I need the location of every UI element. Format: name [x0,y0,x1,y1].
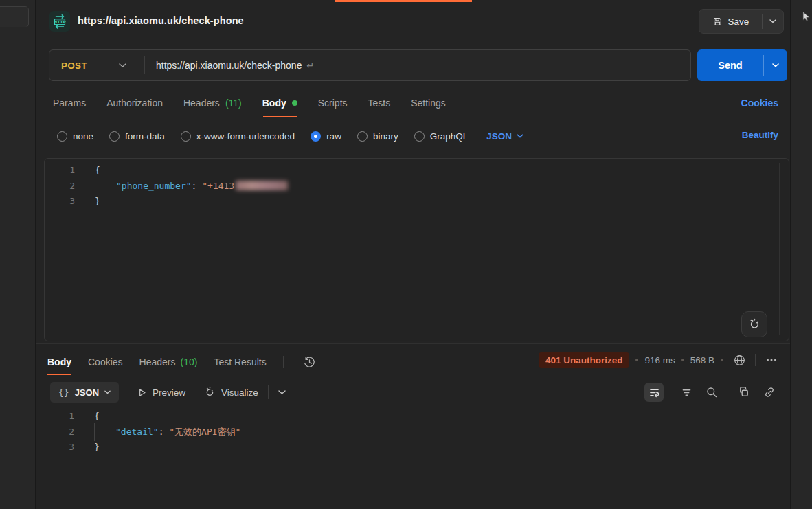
response-tab-test-results[interactable]: Test Results [214,349,266,375]
editor-scrollbar[interactable] [779,163,780,335]
json-punct: : [159,427,170,437]
json-key: "detail" [115,427,159,437]
json-punct: : [192,181,203,191]
tab-label: Test Results [214,357,266,367]
line-number: 3 [45,194,75,210]
format-select-value: JSON [75,387,99,398]
send-options-button[interactable] [764,49,787,81]
save-options-button[interactable] [763,10,783,33]
more-icon [765,353,778,367]
response-body-editor[interactable]: 1 { 2 "detail": "无效的API密钥" 3 } [44,409,769,455]
copy-button[interactable] [734,383,754,402]
sidebar-collapsed-tab[interactable] [0,6,29,27]
response-history-button[interactable] [300,352,319,372]
mode-x-www-form-urlencoded[interactable]: x-www-form-urlencoded [181,131,295,142]
tab-scripts[interactable]: Scripts [318,88,348,118]
response-tab-cookies[interactable]: Cookies [88,349,123,375]
globe-icon [733,354,746,367]
response-more-button[interactable] [762,350,781,370]
method-selector[interactable]: POST [49,60,87,71]
visualize-icon [203,386,216,398]
mode-graphql[interactable]: GraphQL [414,131,469,142]
tab-settings[interactable]: Settings [411,88,446,118]
network-info-button[interactable] [730,350,749,370]
postbot-button[interactable] [741,311,767,337]
preview-label: Preview [153,387,185,398]
save-button-label: Save [728,16,749,27]
link-icon [763,386,776,398]
mode-form-data[interactable]: form-data [109,131,165,142]
response-size[interactable]: 568 B [690,355,714,365]
wrap-text-button[interactable] [644,383,664,402]
url-input[interactable]: https://api.xiaomu.uk/check-phone [156,60,302,71]
save-button[interactable]: Save [699,10,762,33]
tab-label: Body [47,357,71,367]
method-chevron-down-icon[interactable] [119,63,126,68]
filter-button[interactable] [677,383,696,402]
tab-authorization[interactable]: Authorization [106,88,163,118]
code-text: "detail": "无效的API密钥" [94,425,240,440]
copy-icon [738,386,750,398]
status-badge[interactable]: 401 Unauthorized [539,352,630,368]
line-number: 2 [45,179,75,194]
toolbar-chevron-down-icon[interactable] [278,390,286,395]
code-line: 1 { [44,409,769,425]
divider [283,356,284,368]
mode-label: none [73,131,93,142]
body-mode-row: none form-data x-www-form-urlencoded raw… [36,126,790,146]
search-button[interactable] [702,383,721,402]
radio-icon [181,131,191,142]
tab-label: Headers [139,357,176,367]
request-title: https://api.xiaomu.uk/check-phone [78,15,244,26]
url-enter-hint: ↵ [306,60,314,71]
tab-tests[interactable]: Tests [368,88,391,118]
visualize-button[interactable]: Visualize [203,386,258,398]
tab-label: Authorization [106,98,163,109]
code-line: 1 { [45,163,789,179]
url-row: POST https://api.xiaomu.uk/check-phone ↵… [36,49,790,81]
mode-label: form-data [125,131,165,142]
mode-binary[interactable]: binary [357,131,398,142]
right-edge-strip [790,0,812,509]
code-line: 2 "detail": "无效的API密钥" [44,425,769,440]
send-button[interactable]: Send [697,49,763,81]
dot-separator [681,359,684,361]
link-button[interactable] [760,383,779,402]
response-format-select[interactable]: {} JSON [50,382,119,403]
braces-icon: {} [58,387,69,398]
json-value: "无效的API密钥" [169,427,240,437]
request-body-editor[interactable]: 1 { 2 "phone_number": "+1413 3 } [44,158,789,341]
indent-guide [94,423,95,442]
code-text: { [94,409,100,425]
radio-icon [414,131,425,142]
history-icon [303,356,316,369]
wrap-text-icon [649,387,660,398]
code-text: { [95,163,100,179]
tab-params[interactable]: Params [53,88,86,118]
language-select[interactable]: JSON [486,131,523,142]
visualize-label: Visualize [221,387,258,398]
tab-body[interactable]: Body [262,88,297,118]
save-icon [712,16,723,27]
svg-text:HTTP: HTTP [54,19,66,24]
response-toolbar-right [644,381,779,404]
postbot-icon [747,317,761,331]
chevron-down-icon [104,390,111,394]
chevron-down-icon [517,134,523,138]
json-value: "+1413 [202,181,234,191]
tab-headers[interactable]: Headers (11) [183,88,242,118]
url-divider [144,56,145,74]
response-tab-headers[interactable]: Headers (10) [139,349,198,375]
response-time[interactable]: 916 ms [644,355,675,365]
search-icon [706,386,718,398]
response-tab-body[interactable]: Body [47,349,71,375]
code-line: 3 } [44,440,769,455]
dot-separator [721,359,723,361]
mode-raw[interactable]: raw [311,131,341,142]
mode-none[interactable]: none [57,131,93,142]
radio-selected-icon [311,131,321,142]
cookies-link[interactable]: Cookies [741,98,778,109]
line-number: 3 [44,440,74,455]
preview-button[interactable]: Preview [137,387,185,398]
beautify-link[interactable]: Beautify [742,130,778,140]
